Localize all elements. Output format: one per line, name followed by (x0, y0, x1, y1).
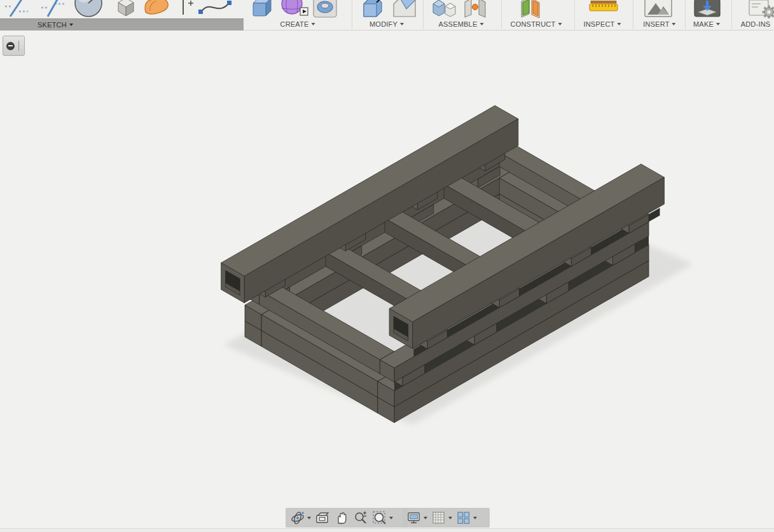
pan-button[interactable] (334, 510, 349, 526)
collapse-circle-minus-icon (6, 42, 15, 50)
fillet-icon[interactable] (389, 0, 418, 18)
dropdown-caret-icon[interactable] (307, 517, 311, 519)
dropdown-caret-icon (618, 23, 621, 25)
toolbar-separator (731, 0, 732, 29)
joint-icon[interactable] (460, 0, 490, 18)
dropdown-caret-icon (672, 23, 676, 25)
dropdown-caret-icon[interactable] (389, 517, 393, 519)
revolve-hole-icon[interactable] (312, 0, 338, 18)
menu-create[interactable]: CREATE (280, 18, 315, 30)
menu-modify[interactable]: MODIFY (370, 18, 404, 30)
toolbar-separator (423, 0, 424, 29)
scripts-addins-gear-icon[interactable] (748, 0, 774, 18)
display-settings-button[interactable] (406, 510, 427, 526)
construction-planes-icon[interactable] (516, 0, 546, 18)
look-at-icon (315, 510, 330, 526)
patch-surface-icon[interactable] (141, 0, 173, 18)
dropdown-caret-icon[interactable] (473, 517, 477, 519)
dropdown-caret-icon[interactable] (448, 517, 452, 519)
3d-viewport[interactable] (0, 31, 774, 529)
menu-make[interactable]: MAKE (693, 18, 720, 30)
zoom-window-button[interactable] (372, 510, 393, 526)
navbar-view-tools (286, 508, 408, 528)
measure-ruler-icon[interactable] (588, 1, 619, 15)
menu-construct-label: CONSTRUCT (511, 20, 556, 28)
toolbar-separator (501, 0, 502, 29)
toolbar-icon-strip (0, 0, 774, 18)
menu-inspect[interactable]: INSPECT (583, 18, 621, 30)
menu-sketch-label: SKETCH (38, 21, 67, 29)
zoom-button[interactable] (353, 510, 368, 526)
dropdown-caret-icon (400, 23, 404, 25)
toolbar-separator (352, 0, 352, 29)
dropdown-caret-icon (480, 23, 483, 25)
spline-icon[interactable] (197, 0, 234, 18)
menu-addins-label: ADD-INS (741, 20, 771, 28)
menu-modify-label: MODIFY (370, 20, 397, 28)
dropdown-caret-icon (716, 23, 720, 25)
menu-assemble-label: ASSEMBLE (439, 20, 478, 28)
timeline-strip (0, 528, 774, 532)
panel-grip-handle (18, 41, 19, 51)
sketch-dimension-alt-icon[interactable] (39, 0, 67, 18)
menu-insert-label: INSERT (643, 20, 669, 28)
viewports-icon (456, 510, 471, 526)
menu-addins[interactable]: ADD-INS (741, 18, 771, 30)
circle-diameter-icon[interactable] (73, 0, 106, 18)
dropdown-caret-icon (69, 24, 73, 26)
menu-construct[interactable]: CONSTRUCT (511, 18, 562, 30)
pan-hand-icon (334, 510, 349, 526)
orbit-icon (290, 510, 305, 526)
zoom-window-icon (372, 510, 387, 526)
toolbar-separator (685, 0, 686, 29)
dropdown-caret-icon (558, 23, 562, 25)
extrude-icon[interactable] (248, 0, 275, 18)
3d-print-icon[interactable] (693, 0, 721, 18)
menu-sketch[interactable]: SKETCH (38, 19, 73, 31)
toolbar-separator (633, 0, 633, 29)
menu-make-label: MAKE (693, 20, 714, 28)
display-settings-icon (406, 510, 422, 526)
press-pull-icon[interactable] (359, 0, 387, 18)
new-component-icon[interactable] (430, 0, 459, 18)
point-icon[interactable] (178, 0, 196, 18)
menu-assemble[interactable]: ASSEMBLE (439, 18, 484, 30)
sketch-panel-bar: SKETCH (0, 18, 244, 31)
box-icon[interactable] (113, 0, 139, 18)
ribbon-toolbar: SKETCH CREATE MODIFY ASSEMBLE CONSTRUCT … (0, 0, 774, 31)
toolbar-separator (574, 0, 575, 29)
insert-image-icon[interactable] (644, 0, 673, 18)
orbit-button[interactable] (290, 510, 311, 526)
dropdown-caret-icon (312, 23, 315, 25)
menu-insert[interactable]: INSERT (643, 18, 675, 30)
zoom-icon (353, 510, 368, 526)
grid-icon (431, 510, 446, 526)
browser-collapse-toggle[interactable] (3, 36, 25, 56)
look-at-button[interactable] (315, 510, 330, 526)
viewports-button[interactable] (456, 510, 477, 526)
sketch-dimension-icon[interactable] (3, 0, 31, 18)
dropdown-caret-icon[interactable] (424, 517, 427, 519)
fusion360-window: { "toolbar": { "menus": [ {"id": "sketch… (0, 0, 774, 532)
menu-inspect-label: INSPECT (583, 20, 614, 28)
3d-viewport-canvas[interactable] (0, 31, 774, 529)
grid-snaps-button[interactable] (431, 510, 452, 526)
menu-create-label: CREATE (280, 20, 308, 28)
create-form-icon[interactable] (279, 0, 310, 18)
navbar-display-tools (402, 508, 490, 528)
